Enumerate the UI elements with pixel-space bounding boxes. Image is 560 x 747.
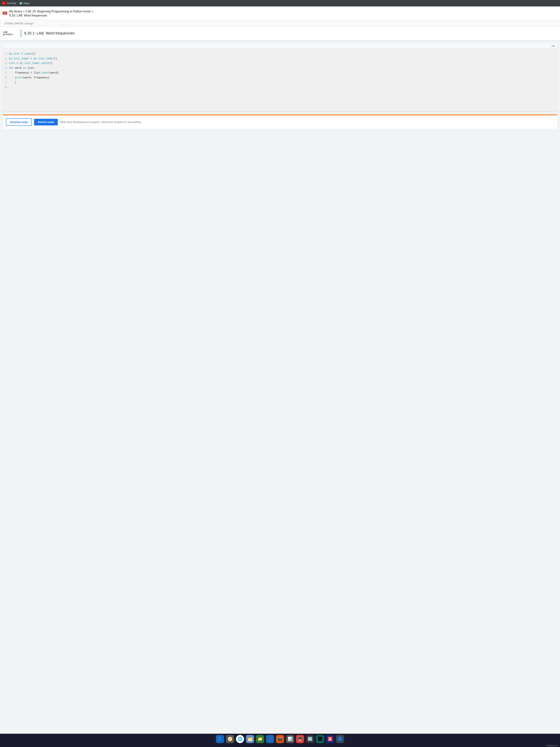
dock-item-finder[interactable]: 🗂️ xyxy=(246,735,254,743)
editor-header: ma xyxy=(3,43,557,49)
lab-divider xyxy=(21,30,21,37)
ks-label: KS xyxy=(3,12,7,15)
code-line-4: 4 for word in list: xyxy=(3,66,557,71)
line-num-8: 8 xyxy=(3,85,9,89)
lab-label: LAB xyxy=(3,31,7,33)
button-description: When done developing your program, submi… xyxy=(60,121,554,123)
dock-bar: 🔵 🧭 🌐 🗂️ 📁 🎵 🎬 📊 🖥️ 🔤 🅽 🅰️ 🔵 xyxy=(0,733,560,744)
code-line-1: 1 my_list = input() xyxy=(3,52,557,56)
code-line-8: 8 xyxy=(3,85,557,90)
breadcrumb-area: KS My library > CSE 20: Beginning Progra… xyxy=(0,6,560,20)
editor-header-label: ma xyxy=(552,45,555,47)
line-num-1: 1 xyxy=(3,52,9,56)
dock-item-app9[interactable]: 🔵 xyxy=(336,735,344,743)
button-area: Develop mode Submit mode When done devel… xyxy=(3,115,557,129)
dock-item-1[interactable]: 🔵 xyxy=(216,735,224,743)
dock-item-app5[interactable]: 🖥️ xyxy=(296,735,304,743)
lab-label-block: LAB ACTIVITY xyxy=(3,31,18,36)
youtube-icon xyxy=(2,1,5,5)
line-num-2: 2 xyxy=(3,57,9,61)
dock-item-safari[interactable]: 🧭 xyxy=(226,735,234,743)
breadcrumb: My library > CSE 20: Beginning Programmi… xyxy=(9,9,556,18)
line-content-3: list = my_list_lower.split() xyxy=(9,61,52,66)
dock-item-app8[interactable]: 🅰️ xyxy=(326,735,334,743)
code-editor[interactable]: ma 1 my_list = input() 2 my_list_lower =… xyxy=(3,43,557,111)
code-line-2: 2 my_list_lower = my_list.lower() xyxy=(3,56,557,61)
tab-maps-label: Maps xyxy=(24,2,29,5)
breadcrumb-part2: 8.20: LAB: Word frequencies xyxy=(9,14,47,17)
dock-item-app4[interactable]: 📊 xyxy=(286,735,294,743)
code-line-5: 5 frequency = list.count(word) xyxy=(3,71,557,75)
submit-mode-button[interactable]: Submit mode xyxy=(34,119,58,125)
activity-label: ACTIVITY xyxy=(3,33,13,36)
line-content-1: my_list = input() xyxy=(9,52,35,56)
develop-mode-button[interactable]: Develop mode xyxy=(6,119,32,126)
dock-item-app7[interactable]: 🅽 xyxy=(316,735,324,743)
line-content-6: print(word, frequency) xyxy=(9,76,49,80)
line-content-2: my_list_lower = my_list.lower() xyxy=(9,56,57,61)
dock-item-app2[interactable]: 🎵 xyxy=(266,735,274,743)
url-text: 373330.2345226.qx3zgy7 xyxy=(4,22,34,25)
tab-youtube-label: YouTube xyxy=(7,2,16,5)
dock-item-chrome[interactable]: 🌐 xyxy=(236,735,244,743)
url-bar: 373330.2345226.qx3zgy7 xyxy=(0,20,560,27)
lab-title: 8.20.1: LAB: Word frequencies xyxy=(24,31,75,35)
dock-wrapper: 🔵 🧭 🌐 🗂️ 📁 🎵 🎬 📊 🖥️ 🔤 🅽 🅰️ 🔵 MacBook Pro xyxy=(0,733,560,747)
code-line-6: 6 print(word, frequency) xyxy=(3,75,557,80)
tab-maps[interactable]: 🗺️ Maps xyxy=(19,1,29,5)
lab-activity-section: LAB ACTIVITY 8.20.1: LAB: Word frequenci… xyxy=(0,27,560,41)
maps-icon: 🗺️ xyxy=(19,1,22,5)
line-num-3: 3 xyxy=(3,61,9,66)
dock-item-app3[interactable]: 🎬 xyxy=(276,735,284,743)
breadcrumb-part1: My library > CSE 20: Beginning Programmi… xyxy=(9,10,93,13)
code-line-3: 3 list = my_list_lower.split() xyxy=(3,61,557,66)
code-line-7: 7 xyxy=(3,80,557,85)
dock-item-app6[interactable]: 🔤 xyxy=(306,735,314,743)
line-num-5: 5 xyxy=(3,71,9,75)
line-num-7: 7 xyxy=(3,81,9,85)
line-num-4: 4 xyxy=(3,66,9,70)
macbook-label: MacBook Pro xyxy=(0,744,560,747)
tab-youtube[interactable]: YouTube xyxy=(2,1,16,5)
line-num-6: 6 xyxy=(3,76,9,80)
line-content-4: for word in list: xyxy=(9,66,35,70)
code-area[interactable]: 1 my_list = input() 2 my_list_lower = my… xyxy=(3,49,557,111)
main-content: KS My library > CSE 20: Beginning Progra… xyxy=(0,6,560,733)
browser-tab-bar: YouTube 🗺️ Maps xyxy=(0,0,560,6)
line-content-5: frequency = list.count(word) xyxy=(9,71,59,75)
line-content-8 xyxy=(9,85,10,89)
dock-item-app1[interactable]: 📁 xyxy=(256,735,264,743)
line-content-7 xyxy=(9,80,16,85)
